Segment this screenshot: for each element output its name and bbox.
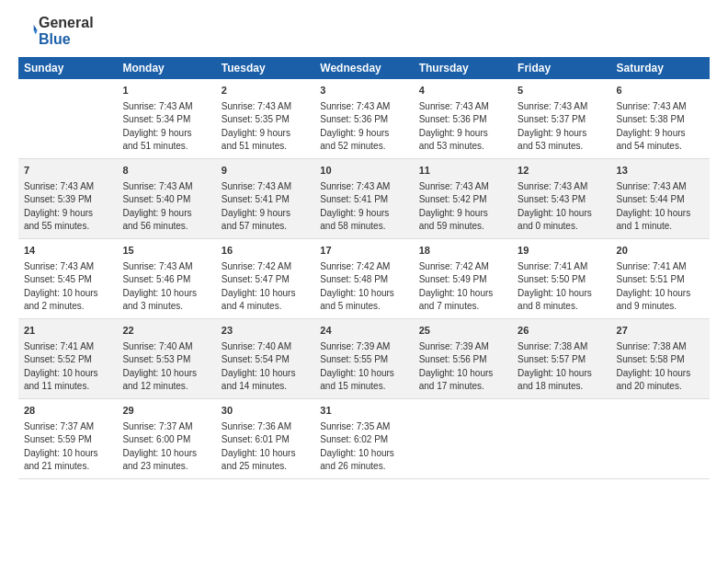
day-info-line: Daylight: 10 hours [320,287,407,301]
weekday-header-wednesday: Wednesday [314,57,413,79]
day-info-line: Sunrise: 7:39 AM [419,340,506,354]
day-info-line: Sunset: 5:35 PM [222,113,309,127]
weekday-header-sunday: Sunday [18,57,117,79]
calendar-cell: 19Sunrise: 7:41 AMSunset: 5:50 PMDayligh… [512,238,610,318]
day-info-line: Daylight: 9 hours [122,127,210,141]
calendar-cell [414,398,512,478]
calendar-cell: 4Sunrise: 7:43 AMSunset: 5:36 PMDaylight… [414,79,512,158]
day-number: 15 [122,244,210,259]
calendar-cell: 24Sunrise: 7:39 AMSunset: 5:55 PMDayligh… [314,318,413,398]
day-info-line: Sunrise: 7:43 AM [419,100,506,114]
day-number: 14 [24,244,111,259]
day-info-line: and 56 minutes. [122,220,210,234]
day-info-line: Sunset: 5:52 PM [24,353,111,367]
calendar-cell [611,398,710,478]
day-info-line: Sunrise: 7:43 AM [222,180,309,194]
logo: General Blue [18,15,94,48]
day-info-line: Daylight: 10 hours [222,447,309,461]
calendar-cell: 9Sunrise: 7:43 AMSunset: 5:41 PMDaylight… [216,158,314,238]
day-number: 28 [24,404,111,419]
day-info-line: and 23 minutes. [122,460,210,474]
day-info-line: Sunset: 5:47 PM [222,273,309,287]
calendar-cell: 1Sunrise: 7:43 AMSunset: 5:34 PMDaylight… [117,79,215,158]
calendar-cell: 21Sunrise: 7:41 AMSunset: 5:52 PMDayligh… [18,318,117,398]
header: General Blue [18,15,710,48]
day-number: 11 [419,164,506,178]
day-info-line: Sunrise: 7:42 AM [419,260,506,274]
day-info-line: and 14 minutes. [222,380,309,394]
calendar-cell: 16Sunrise: 7:42 AMSunset: 5:47 PMDayligh… [216,238,314,318]
calendar-cell: 28Sunrise: 7:37 AMSunset: 5:59 PMDayligh… [18,398,117,478]
day-info-line: Sunrise: 7:43 AM [122,100,210,114]
day-info-line: Sunrise: 7:42 AM [320,260,407,274]
day-info-line: Sunset: 5:55 PM [320,353,407,367]
page: General Blue SundayMondayTuesdayWednesda… [0,0,728,563]
day-number: 6 [617,84,704,98]
day-number: 1 [122,84,210,98]
day-info-line: Sunset: 6:00 PM [122,433,210,447]
day-info-line: Daylight: 10 hours [122,367,210,381]
weekday-header-friday: Friday [512,57,610,79]
day-number: 18 [419,244,506,259]
calendar-table: SundayMondayTuesdayWednesdayThursdayFrid… [18,57,710,479]
day-info-line: Daylight: 10 hours [518,367,605,381]
day-info-line: Sunrise: 7:43 AM [419,180,506,194]
calendar-cell: 15Sunrise: 7:43 AMSunset: 5:46 PMDayligh… [117,238,215,318]
day-info-line: Sunset: 5:38 PM [617,113,704,127]
day-number: 3 [320,84,407,98]
day-info-line: Sunset: 5:58 PM [617,353,704,367]
day-info-line: Sunrise: 7:43 AM [320,180,407,194]
calendar-cell: 26Sunrise: 7:38 AMSunset: 5:57 PMDayligh… [512,318,610,398]
day-info-line: and 15 minutes. [320,380,407,394]
day-info-line: Sunrise: 7:43 AM [320,100,407,114]
day-number: 5 [518,84,605,98]
svg-marker-1 [34,30,38,34]
day-info-line: Sunset: 5:36 PM [320,113,407,127]
day-info-line: Daylight: 9 hours [518,127,605,141]
day-info-line: Sunrise: 7:43 AM [617,180,704,194]
day-info-line: Daylight: 10 hours [122,287,210,301]
day-info-line: Sunset: 5:51 PM [617,273,704,287]
day-info-line: Sunrise: 7:41 AM [617,260,704,274]
calendar-cell [512,398,610,478]
day-number: 22 [122,324,210,339]
day-info-line: and 2 minutes. [24,300,111,314]
week-row-1: 1Sunrise: 7:43 AMSunset: 5:34 PMDaylight… [18,79,710,158]
day-info-line: Daylight: 9 hours [222,127,309,141]
day-number: 26 [518,324,605,339]
day-number: 29 [122,404,210,419]
day-info-line: and 9 minutes. [617,300,704,314]
day-info-line: Sunrise: 7:43 AM [24,180,111,194]
day-info-line: and 55 minutes. [24,220,111,234]
week-row-2: 7Sunrise: 7:43 AMSunset: 5:39 PMDaylight… [18,158,710,238]
day-info-line: Sunrise: 7:41 AM [518,260,605,274]
day-info-line: Daylight: 10 hours [518,207,605,221]
day-info-line: and 54 minutes. [617,140,704,154]
day-info-line: Daylight: 10 hours [617,287,704,301]
calendar-cell: 7Sunrise: 7:43 AMSunset: 5:39 PMDaylight… [18,158,117,238]
day-info-line: Sunrise: 7:43 AM [518,100,605,114]
day-info-line: Sunset: 5:50 PM [518,273,605,287]
day-info-line: Daylight: 9 hours [320,207,407,221]
day-info-line: and 3 minutes. [122,300,210,314]
day-info-line: Daylight: 9 hours [320,127,407,141]
day-number: 9 [222,164,309,178]
weekday-header-saturday: Saturday [611,57,710,79]
day-info-line: Sunset: 5:42 PM [419,193,506,207]
calendar-cell [18,79,117,158]
day-info-line: and 0 minutes. [518,220,605,234]
day-info-line: Sunset: 5:53 PM [122,353,210,367]
day-number: 13 [617,164,704,178]
day-number: 31 [320,404,407,419]
day-info-line: Daylight: 10 hours [24,447,111,461]
day-info-line: Sunset: 5:34 PM [122,113,210,127]
day-info-line: and 7 minutes. [419,300,506,314]
day-info-line: Sunset: 5:59 PM [24,433,111,447]
calendar-cell: 6Sunrise: 7:43 AMSunset: 5:38 PMDaylight… [611,79,710,158]
day-info-line: Sunset: 5:43 PM [518,193,605,207]
day-info-line: Sunset: 5:37 PM [518,113,605,127]
calendar-cell: 8Sunrise: 7:43 AMSunset: 5:40 PMDaylight… [117,158,215,238]
day-number: 24 [320,324,407,339]
day-info-line: Sunrise: 7:38 AM [617,340,704,354]
week-row-4: 21Sunrise: 7:41 AMSunset: 5:52 PMDayligh… [18,318,710,398]
